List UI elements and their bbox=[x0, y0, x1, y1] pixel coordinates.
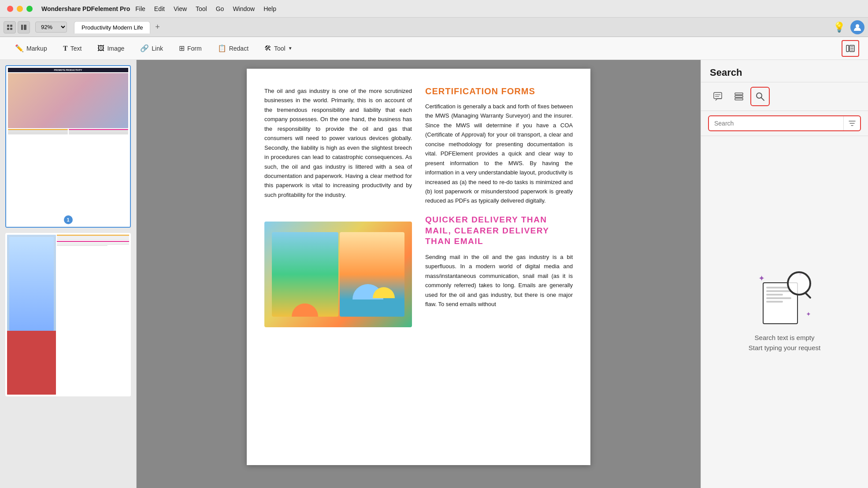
svg-rect-17 bbox=[735, 98, 743, 100]
zoom-selector[interactable]: 92% 50% 75% 100% 125% 150% bbox=[35, 22, 67, 33]
redact-icon: 📋 bbox=[218, 44, 226, 52]
svg-rect-5 bbox=[24, 25, 26, 30]
tool-dropdown-arrow: ▼ bbox=[288, 46, 293, 51]
tab-right-icons: 💡 bbox=[833, 20, 864, 34]
text-button[interactable]: 𝐓 Text bbox=[57, 42, 88, 55]
svg-rect-1 bbox=[10, 25, 12, 27]
pdf-right-column: CERTIFICATION FORMS Certification is gen… bbox=[425, 86, 573, 206]
tab-productivity[interactable]: Productivity Modern Life bbox=[74, 21, 150, 33]
tool-button[interactable]: 🛠 Tool ▼ bbox=[258, 42, 299, 55]
search-tabs bbox=[701, 82, 868, 111]
search-input-wrap bbox=[708, 115, 861, 131]
svg-rect-2 bbox=[7, 28, 9, 30]
delivery-body-text: Sending mail in the oil and the gas indu… bbox=[425, 252, 573, 309]
page-thumb-2[interactable] bbox=[5, 233, 131, 396]
comment-tab-button[interactable] bbox=[708, 87, 727, 106]
title-bar: Wondershare PDFelement Pro File Edit Vie… bbox=[0, 0, 868, 18]
traffic-lights bbox=[7, 6, 33, 12]
svg-rect-15 bbox=[735, 93, 743, 95]
add-tab-button[interactable]: + bbox=[152, 22, 163, 33]
link-icon: 🔗 bbox=[140, 44, 149, 52]
menu-help[interactable]: Help bbox=[263, 5, 276, 12]
markup-button[interactable]: ✏️ Markup bbox=[9, 41, 53, 55]
form-icon: ⊞ bbox=[179, 44, 185, 52]
svg-rect-4 bbox=[21, 25, 23, 30]
tips-icon[interactable]: 💡 bbox=[833, 22, 845, 33]
toolbar: ✏️ Markup 𝐓 Text 🖼 Image 🔗 Link ⊞ Form 📋… bbox=[0, 37, 868, 60]
search-magnifier-handle bbox=[805, 292, 812, 299]
thumb-left-image bbox=[7, 235, 56, 395]
view-toggles bbox=[4, 21, 30, 33]
page-thumbnails-panel: PROMOTE PRODUCTIVITY bbox=[0, 60, 137, 488]
pdf-body-text-left: The oil and gas industry is one of the m… bbox=[264, 86, 412, 200]
grid-view-toggle[interactable] bbox=[4, 21, 16, 33]
menu-tool[interactable]: Tool bbox=[196, 5, 207, 12]
image-icon: 🖼 bbox=[97, 44, 104, 52]
sparkle-icon-1: ✦ bbox=[758, 274, 765, 283]
search-filter-button[interactable] bbox=[843, 116, 860, 130]
main-layout: PROMOTE PRODUCTIVITY bbox=[0, 60, 868, 488]
pdf-left-column: The oil and gas industry is one of the m… bbox=[264, 86, 412, 206]
search-input[interactable] bbox=[709, 116, 843, 130]
page-number-badge-1: 1 bbox=[64, 215, 73, 224]
svg-rect-3 bbox=[10, 28, 12, 30]
pdf-second-row: QUICKER DELIVERY THAN MAIL, CLEARER DELI… bbox=[264, 214, 573, 327]
pdf-two-column-layout: The oil and gas industry is one of the m… bbox=[264, 86, 573, 206]
svg-rect-16 bbox=[735, 96, 743, 97]
search-empty-message: Search text is empty Start typing your r… bbox=[749, 333, 820, 353]
tab-bar: 92% 50% 75% 100% 125% 150% Productivity … bbox=[0, 18, 868, 37]
markup-icon: ✏️ bbox=[15, 44, 24, 52]
cert-title: CERTIFICATION FORMS bbox=[425, 86, 573, 96]
svg-rect-0 bbox=[7, 25, 9, 27]
form-button[interactable]: ⊞ Form bbox=[173, 41, 208, 55]
sidebar-toggle-button[interactable] bbox=[842, 40, 859, 57]
text-icon: 𝐓 bbox=[63, 44, 68, 52]
menu-file[interactable]: File bbox=[135, 5, 145, 12]
svg-rect-7 bbox=[846, 45, 849, 52]
tab-label: Productivity Modern Life bbox=[82, 24, 143, 31]
svg-line-19 bbox=[761, 98, 764, 101]
menu-view[interactable]: View bbox=[174, 5, 187, 12]
pdf-page: The oil and gas industry is one of the m… bbox=[247, 69, 590, 465]
menu-window[interactable]: Window bbox=[233, 5, 255, 12]
page-thumb-1[interactable]: PROMOTE PRODUCTIVITY bbox=[5, 65, 131, 228]
list-tab-button[interactable] bbox=[729, 87, 749, 106]
search-input-row bbox=[701, 111, 868, 136]
search-empty-icon: ✦ ✦ ✦ bbox=[758, 271, 811, 324]
minimize-button[interactable] bbox=[17, 6, 23, 12]
sparkle-icon-3: ✦ bbox=[806, 311, 811, 318]
menu-go[interactable]: Go bbox=[216, 5, 224, 12]
search-empty-state: ✦ ✦ ✦ Search text is empty Start typing … bbox=[701, 136, 868, 488]
image-button[interactable]: 🖼 Image bbox=[91, 42, 130, 55]
menu-bar: File Edit View Tool Go Window Help bbox=[135, 5, 276, 12]
app-name: Wondershare PDFelement Pro bbox=[41, 5, 130, 12]
close-button[interactable] bbox=[7, 6, 13, 12]
search-tab-button[interactable] bbox=[750, 87, 770, 106]
redact-button[interactable]: 📋 Redact bbox=[211, 41, 255, 55]
pdf-image-column bbox=[264, 214, 412, 327]
delivery-title: QUICKER DELIVERY THAN MAIL, CLEARER DELI… bbox=[425, 214, 573, 247]
thumb-header: PROMOTE PRODUCTIVITY bbox=[8, 68, 128, 72]
search-magnifier-circle bbox=[787, 271, 811, 296]
pdf-beach-image bbox=[264, 222, 412, 327]
menu-edit[interactable]: Edit bbox=[154, 5, 165, 12]
search-panel-title: Search bbox=[701, 60, 868, 82]
maximize-button[interactable] bbox=[26, 6, 33, 12]
link-button[interactable]: 🔗 Link bbox=[134, 41, 169, 55]
svg-point-6 bbox=[856, 24, 859, 28]
content-area: The oil and gas industry is one of the m… bbox=[137, 60, 701, 488]
user-avatar[interactable] bbox=[850, 20, 864, 34]
pdf-delivery-column: QUICKER DELIVERY THAN MAIL, CLEARER DELI… bbox=[425, 214, 573, 327]
cert-body-text: Certification is generally a back and fo… bbox=[425, 102, 573, 206]
panel-view-toggle[interactable] bbox=[18, 21, 30, 33]
thumb-section-title-1 bbox=[57, 235, 129, 236]
thumb-section-title-2 bbox=[57, 241, 129, 242]
tool-icon: 🛠 bbox=[264, 44, 271, 52]
search-panel: Search bbox=[701, 60, 868, 488]
svg-rect-12 bbox=[714, 92, 722, 99]
thumb-image-1 bbox=[8, 73, 128, 128]
